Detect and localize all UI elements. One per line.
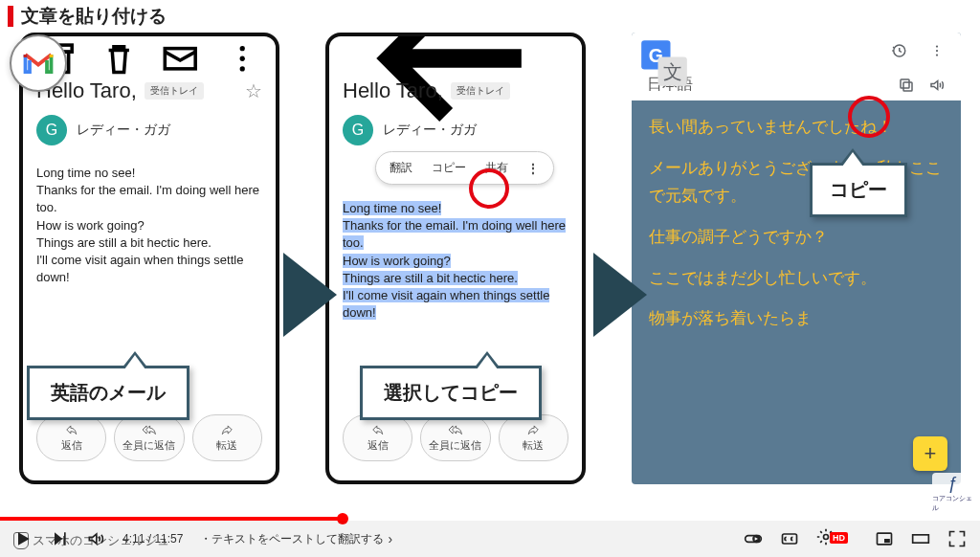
sender-avatar-2[interactable]: G (343, 115, 373, 145)
copy-icon[interactable] (898, 77, 915, 94)
arrow-step-1 (283, 253, 337, 337)
forward-button[interactable]: 転送 (192, 414, 262, 461)
trash-icon[interactable] (99, 38, 140, 79)
email-subject-2: Hello Taro, (343, 78, 443, 103)
menu-share[interactable]: 共有 (476, 156, 518, 180)
reply-button-2[interactable]: 返信 (343, 414, 412, 461)
translate-logo-icon: G 文 (639, 38, 689, 88)
autoplay-toggle[interactable] (744, 529, 763, 548)
gmail-toolbar (36, 46, 262, 71)
svg-rect-21 (884, 539, 890, 543)
translate-panel: 日本語 長い間あっていませんでしたね！ メールありがとうございます。私もここで元… (632, 33, 961, 484)
channel-watermark[interactable]: ƒ コアコンシェル (932, 473, 972, 513)
chapter-title[interactable]: ・テキストをペーストして翻訳する › (200, 531, 392, 547)
translated-text[interactable]: 長い間あっていませんでしたね！ メールありがとうございます。私もここで元気です。… (632, 100, 961, 360)
menu-translate[interactable]: 翻訳 (380, 156, 422, 180)
svg-point-7 (239, 46, 244, 51)
menu-more-icon[interactable]: ⋮ (518, 158, 549, 179)
svg-point-13 (936, 54, 938, 56)
svg-point-19 (823, 535, 828, 540)
gmail-toolbar-2 (343, 46, 568, 71)
star-icon[interactable]: ☆ (245, 79, 262, 102)
svg-point-11 (936, 45, 938, 47)
svg-rect-14 (903, 82, 912, 91)
svg-point-8 (239, 56, 244, 60)
more-vert-icon-2[interactable] (928, 42, 946, 59)
text-selection-menu: 翻訳 コピー 共有 ⋮ (375, 151, 554, 185)
reply-button[interactable]: 返信 (36, 414, 106, 461)
settings-button[interactable]: HD (816, 527, 858, 550)
miniplayer-button[interactable] (875, 529, 894, 548)
video-controls: 4:11 / 11:57 ・テキストをペーストして翻訳する › HD (0, 521, 980, 557)
menu-copy[interactable]: コピー (422, 156, 476, 180)
add-fab[interactable]: + (913, 436, 947, 471)
play-button[interactable] (13, 529, 33, 548)
svg-point-12 (936, 50, 938, 52)
sender-name: レディー・ガガ (77, 122, 170, 139)
fullscreen-button[interactable] (947, 529, 967, 548)
svg-rect-15 (901, 79, 909, 88)
page-title: 文章を貼り付ける (21, 4, 167, 29)
title-accent (8, 6, 13, 27)
speaker-icon[interactable] (928, 77, 946, 94)
arrow-step-2 (593, 253, 647, 337)
volume-button[interactable] (86, 529, 105, 548)
title-bar: 文章を貼り付ける (0, 0, 980, 33)
more-vert-icon[interactable] (222, 38, 263, 79)
gmail-logo-icon (21, 46, 56, 80)
forward-button-2[interactable]: 転送 (499, 414, 568, 461)
svg-rect-22 (913, 535, 929, 543)
callout-select-copy: 選択してコピー (360, 366, 542, 420)
sender-avatar[interactable]: G (36, 115, 67, 145)
svg-text:文: 文 (663, 61, 682, 82)
reply-all-button[interactable]: 全員に返信 (114, 414, 184, 461)
mail-unread-icon[interactable] (160, 38, 201, 79)
hd-badge: HD (830, 532, 848, 544)
inbox-badge: 受信トレイ (145, 82, 204, 100)
svg-point-9 (239, 66, 244, 71)
callout-english-mail: 英語のメール (27, 366, 189, 420)
translate-app-icon: G 文 (635, 34, 693, 92)
sender-name-2: レディー・ガガ (383, 122, 477, 139)
history-icon[interactable] (890, 42, 907, 59)
gmail-app-icon (10, 34, 67, 92)
theater-button[interactable] (911, 529, 930, 548)
reply-all-button-2[interactable]: 全員に返信 (420, 414, 490, 461)
next-button[interactable] (50, 529, 69, 548)
callout-copy: コピー (810, 163, 907, 217)
inbox-badge-2: 受信トレイ (451, 82, 510, 100)
video-time: 4:11 / 11:57 (122, 532, 183, 546)
captions-button[interactable] (780, 529, 799, 548)
